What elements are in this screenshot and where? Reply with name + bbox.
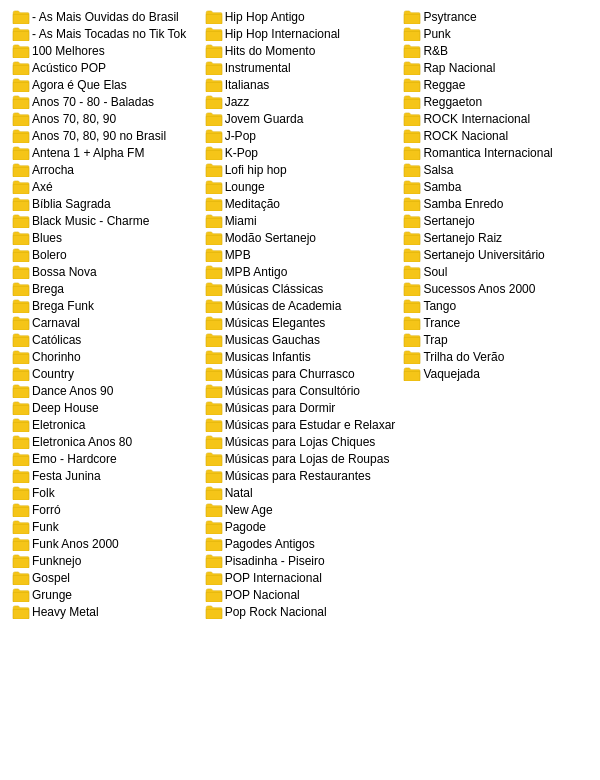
folder-item[interactable]: MPB [201, 246, 400, 263]
folder-item[interactable]: Trance [399, 314, 592, 331]
folder-item[interactable]: Deep House [8, 399, 201, 416]
folder-item[interactable]: Brega Funk [8, 297, 201, 314]
folder-item[interactable]: Antena 1 + Alpha FM [8, 144, 201, 161]
folder-item[interactable]: MPB Antigo [201, 263, 400, 280]
folder-item[interactable]: R&B [399, 42, 592, 59]
folder-item[interactable]: Acústico POP [8, 59, 201, 76]
folder-item[interactable]: J-Pop [201, 127, 400, 144]
folder-item[interactable]: Romantica Internacional [399, 144, 592, 161]
folder-item[interactable]: Músicas para Lojas Chiques [201, 433, 400, 450]
folder-item[interactable]: Agora é Que Elas [8, 76, 201, 93]
folder-item[interactable]: POP Internacional [201, 569, 400, 586]
folder-item[interactable]: Samba Enredo [399, 195, 592, 212]
folder-item[interactable]: Hip Hop Antigo [201, 8, 400, 25]
folder-item[interactable]: Tango [399, 297, 592, 314]
folder-item[interactable]: 100 Melhores [8, 42, 201, 59]
folder-item[interactable]: Músicas para Estudar e Relaxar [201, 416, 400, 433]
folder-item[interactable]: Italianas [201, 76, 400, 93]
folder-item[interactable]: ROCK Nacional [399, 127, 592, 144]
folder-item[interactable]: K-Pop [201, 144, 400, 161]
folder-item[interactable]: Natal [201, 484, 400, 501]
folder-item[interactable]: Folk [8, 484, 201, 501]
folder-item[interactable]: Heavy Metal [8, 603, 201, 620]
folder-item[interactable]: Lounge [201, 178, 400, 195]
folder-item[interactable]: Músicas para Churrasco [201, 365, 400, 382]
folder-item[interactable]: ROCK Internacional [399, 110, 592, 127]
folder-label: Músicas para Lojas Chiques [225, 435, 376, 449]
folder-item[interactable]: Country [8, 365, 201, 382]
folder-item[interactable]: Hip Hop Internacional [201, 25, 400, 42]
folder-item[interactable]: Emo - Hardcore [8, 450, 201, 467]
folder-item[interactable]: - As Mais Tocadas no Tik Tok [8, 25, 201, 42]
folder-item[interactable]: Punk [399, 25, 592, 42]
folder-label: Sertanejo Universitário [423, 248, 544, 262]
folder-item[interactable]: Musicas Gauchas [201, 331, 400, 348]
folder-item[interactable]: Soul [399, 263, 592, 280]
folder-item[interactable]: Pisadinha - Piseiro [201, 552, 400, 569]
folder-item[interactable]: Músicas para Consultório [201, 382, 400, 399]
folder-item[interactable]: Carnaval [8, 314, 201, 331]
folder-item[interactable]: Trap [399, 331, 592, 348]
folder-item[interactable]: Dance Anos 90 [8, 382, 201, 399]
folder-icon [403, 61, 419, 74]
folder-item[interactable]: Vaquejada [399, 365, 592, 382]
folder-item[interactable]: - As Mais Ouvidas do Brasil [8, 8, 201, 25]
folder-item[interactable]: Salsa [399, 161, 592, 178]
folder-item[interactable]: Chorinho [8, 348, 201, 365]
folder-item[interactable]: Músicas para Lojas de Roupas [201, 450, 400, 467]
folder-label: ROCK Nacional [423, 129, 508, 143]
folder-item[interactable]: Arrocha [8, 161, 201, 178]
folder-item[interactable]: Musicas Infantis [201, 348, 400, 365]
folder-item[interactable]: Rap Nacional [399, 59, 592, 76]
folder-item[interactable]: Pagode [201, 518, 400, 535]
folder-item[interactable]: Blues [8, 229, 201, 246]
folder-item[interactable]: Instrumental [201, 59, 400, 76]
folder-item[interactable]: Anos 70, 80, 90 [8, 110, 201, 127]
folder-item[interactable]: Jovem Guarda [201, 110, 400, 127]
folder-item[interactable]: Jazz [201, 93, 400, 110]
folder-item[interactable]: Músicas de Academia [201, 297, 400, 314]
folder-item[interactable]: Samba [399, 178, 592, 195]
folder-item[interactable]: Bossa Nova [8, 263, 201, 280]
folder-item[interactable]: Funk [8, 518, 201, 535]
folder-item[interactable]: Pop Rock Nacional [201, 603, 400, 620]
folder-item[interactable]: Músicas Elegantes [201, 314, 400, 331]
folder-item[interactable]: Modão Sertanejo [201, 229, 400, 246]
folder-item[interactable]: New Age [201, 501, 400, 518]
folder-icon [205, 112, 221, 125]
folder-item[interactable]: Sucessos Anos 2000 [399, 280, 592, 297]
folder-item[interactable]: Sertanejo Raiz [399, 229, 592, 246]
folder-item[interactable]: Gospel [8, 569, 201, 586]
folder-item[interactable]: Músicas Clássicas [201, 280, 400, 297]
folder-item[interactable]: Funknejo [8, 552, 201, 569]
folder-item[interactable]: Anos 70 - 80 - Baladas [8, 93, 201, 110]
folder-item[interactable]: Festa Junina [8, 467, 201, 484]
folder-label: 100 Melhores [32, 44, 105, 58]
folder-item[interactable]: Reggae [399, 76, 592, 93]
folder-item[interactable]: Músicas para Dormir [201, 399, 400, 416]
folder-item[interactable]: Axé [8, 178, 201, 195]
folder-item[interactable]: Hits do Momento [201, 42, 400, 59]
folder-item[interactable]: Forró [8, 501, 201, 518]
folder-item[interactable]: Eletronica Anos 80 [8, 433, 201, 450]
folder-item[interactable]: Funk Anos 2000 [8, 535, 201, 552]
folder-item[interactable]: Anos 70, 80, 90 no Brasil [8, 127, 201, 144]
folder-item[interactable]: POP Nacional [201, 586, 400, 603]
folder-item[interactable]: Católicas [8, 331, 201, 348]
folder-item[interactable]: Pagodes Antigos [201, 535, 400, 552]
folder-item[interactable]: Meditação [201, 195, 400, 212]
folder-item[interactable]: Eletronica [8, 416, 201, 433]
folder-item[interactable]: Black Music - Charme [8, 212, 201, 229]
folder-item[interactable]: Músicas para Restaurantes [201, 467, 400, 484]
folder-item[interactable]: Bíblia Sagrada [8, 195, 201, 212]
folder-item[interactable]: Trilha do Verão [399, 348, 592, 365]
folder-item[interactable]: Bolero [8, 246, 201, 263]
folder-item[interactable]: Grunge [8, 586, 201, 603]
folder-item[interactable]: Miami [201, 212, 400, 229]
folder-item[interactable]: Sertanejo [399, 212, 592, 229]
folder-item[interactable]: Lofi hip hop [201, 161, 400, 178]
folder-item[interactable]: Reggaeton [399, 93, 592, 110]
folder-item[interactable]: Psytrance [399, 8, 592, 25]
folder-item[interactable]: Brega [8, 280, 201, 297]
folder-item[interactable]: Sertanejo Universitário [399, 246, 592, 263]
